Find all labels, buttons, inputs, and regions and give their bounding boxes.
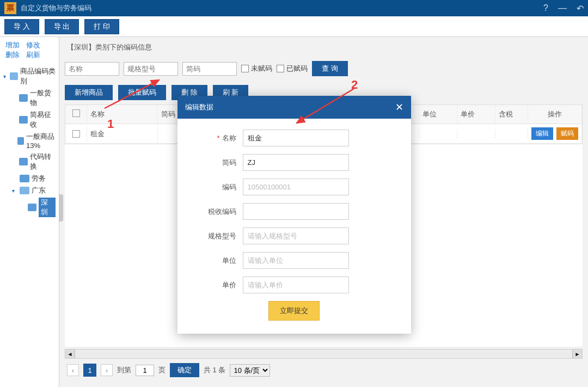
submit-button[interactable]: 立即提交 — [268, 301, 320, 321]
filter-unassigned-checkbox[interactable]: 未赋码 — [241, 64, 272, 73]
sidebar-refresh[interactable]: 刷新 — [26, 51, 40, 59]
col-price: 单价 — [457, 105, 495, 124]
col-op: 操作 — [528, 105, 582, 124]
help-icon[interactable]: ? — [543, 3, 548, 13]
folder-open-icon — [20, 187, 29, 194]
tree-item-goods[interactable]: 一般货物 — [3, 87, 56, 109]
app-logo: 票 — [4, 2, 16, 14]
input-unit[interactable] — [243, 252, 349, 269]
batch-assign-button[interactable]: 批量赋码 — [118, 85, 166, 100]
dialog-titlebar: 编辑数据 ✕ — [177, 96, 411, 119]
pager-next[interactable]: › — [101, 364, 113, 376]
pager-page-input[interactable] — [136, 365, 154, 376]
pager-confirm-button[interactable]: 确定 — [170, 363, 199, 377]
export-button[interactable]: 导 出 — [45, 19, 79, 34]
app-title: 自定义货物与劳务编码 — [21, 3, 91, 13]
col-name: 名称 — [87, 105, 158, 124]
label-code: 简码 — [194, 158, 243, 168]
row-checkbox[interactable] — [72, 130, 80, 138]
filter-name-input[interactable] — [65, 62, 119, 76]
filter-bar: 未赋码 已赋码 查 询 — [65, 58, 583, 79]
panel-title: 【深圳】类别下的编码信息 — [65, 42, 583, 52]
add-product-button[interactable]: 新增商品 — [65, 85, 113, 100]
sidebar-actions: 增加 修改 删除 刷新 — [0, 37, 59, 63]
sidebar-delete[interactable]: 删除 — [5, 51, 20, 59]
tree-item-labor[interactable]: 劳务 — [3, 173, 56, 185]
pager-page-unit: 页 — [158, 365, 166, 375]
pager-prev[interactable]: ‹ — [67, 364, 79, 376]
titlebar: 票 自定义货物与劳务编码 ? — ↶ — [0, 0, 588, 16]
label-unit: 单位 — [194, 256, 243, 266]
sidebar-collapse-handle[interactable] — [59, 194, 63, 222]
category-tree: ▾商品编码类别 一般货物 简易征收 一般商品13% 代码转换 劳务 ▾广东 深圳 — [0, 63, 59, 220]
folder-icon — [19, 158, 28, 165]
query-button[interactable]: 查 询 — [312, 61, 348, 76]
row-assign-button[interactable]: 赋码 — [556, 127, 578, 140]
label-spec: 规格型号 — [194, 231, 243, 241]
label-price: 单价 — [194, 280, 243, 290]
input-code[interactable] — [243, 154, 349, 171]
select-all-checkbox[interactable] — [72, 109, 80, 117]
tree-item-13pct[interactable]: 一般商品13% — [3, 131, 56, 151]
tree-item-shenzhen[interactable]: 深圳 — [3, 196, 56, 218]
folder-icon — [20, 175, 29, 182]
row-edit-button[interactable]: 编辑 — [531, 127, 553, 140]
print-button[interactable]: 打 印 — [84, 19, 119, 34]
tree-root[interactable]: ▾商品编码类别 — [3, 65, 56, 87]
input-price[interactable] — [243, 277, 349, 293]
tree-item-convert[interactable]: 代码转换 — [3, 151, 56, 173]
filter-spec-input[interactable] — [124, 62, 178, 76]
label-name: 名称 — [222, 134, 236, 142]
label-num: 编码 — [194, 182, 243, 192]
sidebar-edit[interactable]: 修改 — [26, 41, 40, 49]
folder-icon — [28, 204, 36, 211]
label-tax: 税收编码 — [194, 207, 243, 217]
import-button[interactable]: 导 入 — [4, 19, 39, 34]
folder-icon — [19, 94, 28, 102]
col-unit: 单位 — [419, 105, 457, 124]
tree-item-simple[interactable]: 简易征收 — [3, 109, 56, 131]
col-inc: 含税 — [495, 105, 528, 124]
folder-icon — [17, 137, 24, 145]
back-icon[interactable]: ↶ — [577, 3, 584, 14]
sidebar-add[interactable]: 增加 — [5, 41, 20, 49]
tree-item-guangdong[interactable]: ▾广东 — [3, 185, 56, 196]
folder-icon — [19, 116, 28, 124]
input-spec[interactable] — [243, 228, 349, 244]
main-toolbar: 导 入 导 出 打 印 — [0, 16, 588, 37]
pager-goto-label: 到第 — [117, 365, 131, 375]
input-num[interactable] — [243, 179, 349, 195]
input-name[interactable] — [243, 130, 349, 146]
pager: ‹ 1 › 到第 页 确定 共 1 条 10 条/页 — [65, 359, 583, 382]
sidebar: 增加 修改 删除 刷新 ▾商品编码类别 一般货物 简易征收 一般商品13% 代码… — [0, 37, 59, 387]
pager-size-select[interactable]: 10 条/页 — [230, 364, 270, 377]
input-tax[interactable] — [243, 203, 349, 220]
filter-assigned-checkbox[interactable]: 已赋码 — [277, 64, 308, 73]
dialog-title: 编辑数据 — [185, 102, 213, 112]
pager-current[interactable]: 1 — [83, 364, 96, 377]
edit-dialog: 编辑数据 ✕ *名称 简码 编码 税收编码 规格型号 单位 单价 立即提交 — [177, 96, 411, 334]
close-icon[interactable]: ✕ — [395, 101, 403, 113]
pager-total: 共 1 条 — [204, 365, 225, 375]
minimize-icon[interactable]: — — [558, 3, 567, 13]
filter-code-input[interactable] — [182, 62, 237, 76]
horizontal-scrollbar[interactable]: ◄► — [65, 349, 583, 359]
cell-name: 租金 — [87, 125, 158, 143]
folder-open-icon — [10, 72, 18, 80]
